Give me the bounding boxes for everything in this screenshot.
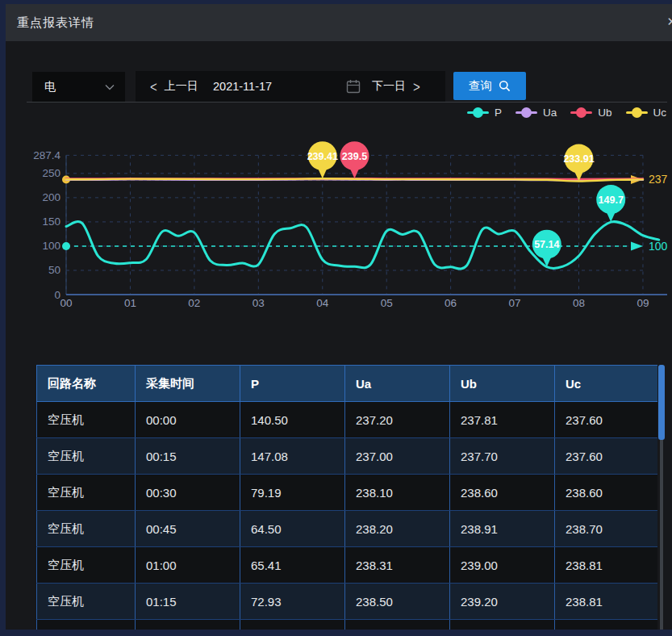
- svg-text:233.91: 233.91: [563, 153, 594, 165]
- table-cell: 237.70: [450, 438, 555, 475]
- column-header: 回路名称: [37, 366, 136, 402]
- column-header: Ua: [345, 366, 450, 402]
- legend-marker-icon: [515, 107, 537, 118]
- table-cell: 238.81: [555, 547, 658, 584]
- svg-text:239.41: 239.41: [307, 151, 338, 162]
- svg-text:57.14: 57.14: [534, 239, 559, 250]
- table-cell: 238.70: [555, 511, 658, 547]
- query-button[interactable]: 查询: [453, 72, 526, 100]
- legend-marker-icon: [626, 107, 648, 118]
- table-row: 空压机00:15147.08237.00237.70237.60: [37, 438, 658, 475]
- table-cell: 237.60: [555, 402, 658, 438]
- date-navigation: < 上一日 2021-11-17 下一日 >: [136, 71, 445, 102]
- table-cell: [136, 620, 240, 630]
- close-icon[interactable]: ✕: [666, 15, 672, 29]
- svg-text:287.4: 287.4: [33, 149, 61, 161]
- table-cell: 238.20: [345, 511, 450, 547]
- svg-text:03: 03: [253, 297, 265, 309]
- svg-text:04: 04: [316, 297, 329, 309]
- table-cell: 64.50: [240, 511, 345, 547]
- legend-item-Ub[interactable]: Ub: [570, 107, 611, 119]
- legend-item-P[interactable]: P: [467, 107, 502, 119]
- next-arrow-icon: >: [413, 77, 420, 94]
- svg-text:07: 07: [509, 297, 521, 309]
- svg-text:08: 08: [573, 297, 585, 309]
- chart-legend: PUaUbUc: [467, 107, 666, 119]
- chart-canvas: 287.425020015010050000010203040506070809…: [6, 129, 672, 327]
- table-cell: 72.93: [240, 584, 345, 620]
- legend-label: Ua: [543, 107, 557, 119]
- legend-marker-icon: [570, 107, 592, 118]
- table-cell: 空压机: [37, 438, 136, 475]
- table-cell: [240, 620, 345, 630]
- legend-label: Uc: [653, 107, 667, 119]
- next-day-label: 下一日: [372, 79, 406, 94]
- report-detail-dialog: 重点报表详情 ✕ 电 < 上一日 2021-11-17 下一日 > 查询: [6, 4, 672, 630]
- table-cell: [345, 620, 450, 630]
- column-header: Uc: [555, 366, 658, 402]
- table-cell: 238.60: [555, 475, 658, 511]
- scrollbar-thumb[interactable]: [658, 365, 665, 440]
- table-cell: 空压机: [37, 547, 136, 584]
- svg-text:149.7: 149.7: [599, 195, 624, 206]
- table-row: 空压机00:00140.50237.20237.81237.60: [37, 402, 658, 438]
- table-cell: 79.19: [240, 475, 345, 511]
- table-cell: 01:00: [136, 547, 240, 584]
- prev-arrow-icon: <: [150, 77, 157, 94]
- legend-marker-icon: [467, 107, 489, 118]
- svg-text:100: 100: [649, 240, 668, 253]
- table-scrollbar: [658, 365, 665, 630]
- data-table: 回路名称采集时间PUaUbUc空压机00:00140.50237.20237.8…: [36, 365, 657, 630]
- type-select-value: 电: [44, 80, 105, 94]
- table-cell: 00:45: [136, 511, 240, 547]
- table-cell: 00:30: [136, 475, 240, 511]
- table-cell: 空压机: [37, 584, 136, 620]
- legend-label: Ub: [598, 107, 611, 119]
- svg-text:237: 237: [649, 173, 668, 186]
- svg-text:06: 06: [445, 297, 457, 309]
- svg-text:01: 01: [124, 297, 136, 309]
- legend-label: P: [495, 107, 502, 119]
- table-cell: 239.20: [450, 584, 555, 620]
- svg-text:05: 05: [381, 297, 393, 309]
- svg-text:50: 50: [48, 264, 61, 276]
- table-cell: 238.31: [345, 547, 450, 584]
- query-button-label: 查询: [469, 78, 492, 94]
- table-cell: 147.08: [240, 438, 345, 475]
- table-row: 空压机00:4564.50238.20238.91238.70: [37, 511, 658, 547]
- table-cell: 237.81: [450, 402, 555, 438]
- table-cell: 00:15: [136, 438, 240, 475]
- legend-item-Ua[interactable]: Ua: [515, 107, 557, 119]
- svg-text:250: 250: [42, 167, 61, 179]
- table-row: 空压机01:0065.41238.31239.00238.81: [37, 547, 658, 584]
- dialog-titlebar: 重点报表详情 ✕: [6, 4, 672, 41]
- calendar-icon[interactable]: [346, 79, 361, 94]
- table-cell: 238.81: [555, 584, 658, 620]
- table-row: [37, 620, 658, 630]
- toolbar-divider: [27, 102, 667, 103]
- table-cell: 238.10: [345, 475, 450, 511]
- table-cell: 空压机: [37, 402, 136, 438]
- table-cell: 238.91: [450, 511, 555, 547]
- table-cell: 00:00: [136, 402, 240, 438]
- prev-day-button[interactable]: < 上一日: [150, 71, 198, 102]
- table-cell: 239.00: [450, 547, 555, 584]
- svg-text:239.5: 239.5: [342, 151, 367, 162]
- dialog-title: 重点报表详情: [17, 15, 94, 31]
- line-chart[interactable]: 287.425020015010050000010203040506070809…: [6, 129, 672, 327]
- next-day-button[interactable]: 下一日 >: [372, 71, 420, 102]
- table-cell: 空压机: [37, 511, 136, 547]
- table-cell: 140.50: [240, 402, 345, 438]
- table-cell: 237.20: [345, 402, 450, 438]
- date-value[interactable]: 2021-11-17: [213, 71, 272, 102]
- svg-text:100: 100: [42, 240, 61, 252]
- svg-text:200: 200: [42, 191, 61, 203]
- search-icon: [499, 80, 511, 92]
- svg-text:150: 150: [42, 215, 61, 228]
- type-select[interactable]: 电: [32, 72, 125, 102]
- table-cell: 237.00: [345, 438, 450, 475]
- column-header: 采集时间: [136, 366, 240, 402]
- legend-item-Uc[interactable]: Uc: [626, 107, 667, 119]
- table-cell: [450, 620, 555, 630]
- table-cell: 01:15: [136, 584, 240, 620]
